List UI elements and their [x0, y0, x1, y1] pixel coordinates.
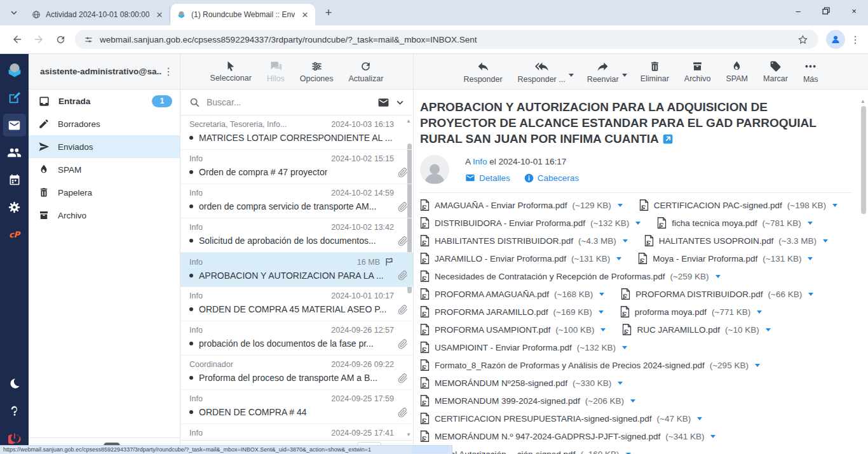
attachment-item[interactable]: MEMORANDUM 399-2024-signed.pdf(~206 KB): [420, 395, 635, 406]
tab-close-icon[interactable]: ✕: [300, 10, 310, 20]
attachment-item[interactable]: Moya - Enviar Proforma.pdf(~131 KB): [638, 253, 813, 264]
folder-spam[interactable]: SPAM: [29, 158, 180, 181]
mail-nav-button[interactable]: [3, 114, 26, 137]
attachment-menu-caret[interactable]: [710, 435, 715, 438]
calendar-nav-button[interactable]: [3, 168, 26, 191]
attachment-item[interactable]: CERTIFICACION PAC-signed.pdf(~198 KB): [639, 199, 837, 211]
archive-button[interactable]: Archivo: [684, 60, 711, 83]
folder-entrada[interactable]: Entrada 1: [29, 90, 180, 112]
attachment-item[interactable]: PROFORMA DISTRIBUIDOR.pdf(~66 KB): [621, 288, 813, 300]
window-restore-button[interactable]: [812, 0, 840, 22]
attachment-menu-caret[interactable]: [808, 222, 813, 225]
dark-mode-button[interactable]: [3, 372, 26, 395]
attachment-item[interactable]: proforma moya.pdf(~771 KB): [620, 306, 762, 317]
folder-papelera[interactable]: Papelera: [29, 181, 180, 204]
browser-tab-activity[interactable]: Actividad 2024-10-01 08:00:00 ✕: [25, 6, 170, 23]
attachment-menu-caret[interactable]: [757, 310, 762, 314]
spam-button[interactable]: SPAM: [726, 60, 749, 83]
attachment-item[interactable]: RUC JARAMILLO.pdf(~10 KB): [622, 324, 770, 335]
attachment-menu-caret[interactable]: [715, 275, 721, 278]
select-button[interactable]: Seleccionar: [210, 60, 252, 83]
attachment-menu-caret[interactable]: [766, 328, 771, 331]
attachment-menu-caret[interactable]: [808, 293, 813, 296]
reply-all-button[interactable]: Responder ...: [518, 60, 566, 84]
attachment-menu-caret[interactable]: [599, 310, 604, 314]
message-row[interactable]: Info2024-10-02 15:15Orden de compra # 47…: [180, 150, 413, 184]
recipient-link[interactable]: Info: [473, 157, 487, 166]
attachment-item[interactable]: Formato_8_Razón de Proformas y Análisis …: [420, 359, 760, 371]
attachment-menu-caret[interactable]: [622, 346, 627, 349]
attachment-menu-caret[interactable]: [823, 239, 828, 243]
forward-menu-caret[interactable]: [622, 74, 627, 77]
folder-borradores[interactable]: Borradores: [29, 112, 180, 135]
attachment-item[interactable]: ficha tecnica moya.pdf(~781 KB): [657, 217, 813, 229]
tab-close-icon[interactable]: ✕: [154, 10, 165, 20]
back-button[interactable]: [6, 29, 28, 50]
attachment-item[interactable]: CERTIFICACION PRESUPUESTARIA-signed-sign…: [420, 413, 702, 424]
folder-enviados[interactable]: Enviados: [29, 135, 180, 158]
message-row[interactable]: Info2024-09-25 17:59ORDEN DE COMPRA # 44: [180, 390, 413, 424]
attachment-menu-caret[interactable]: [630, 399, 635, 403]
browser-menu-button[interactable]: ⋮: [849, 34, 862, 46]
search-options-chevron-icon[interactable]: [396, 98, 404, 107]
reload-button[interactable]: [50, 29, 71, 50]
message-row[interactable]: Info16 MBAPROBACION Y AUTORIZACION PARA …: [180, 253, 413, 287]
options-button[interactable]: Opciones: [300, 60, 334, 83]
cpanel-link[interactable]: cP: [3, 223, 26, 246]
attachment-menu-caret[interactable]: [599, 293, 604, 296]
browser-tab-roundcube[interactable]: (1) Roundcube Webmail :: Envia ✕: [170, 4, 315, 25]
attachment-item[interactable]: DISTRIBUIDORA - Enviar Proforma.pdf(~132…: [420, 217, 641, 229]
settings-nav-button[interactable]: [3, 196, 26, 218]
compose-button[interactable]: [3, 86, 26, 109]
headers-link[interactable]: Cabeceras: [524, 173, 579, 183]
refresh-button[interactable]: Actualizar: [349, 60, 384, 83]
view-scroll-up-icon[interactable]: ▲: [860, 98, 865, 104]
contacts-nav-button[interactable]: [3, 141, 26, 164]
message-row[interactable]: Info2024-09-26 12:57probación de los doc…: [180, 321, 413, 356]
reply-all-menu-caret[interactable]: [569, 74, 574, 77]
open-in-new-window-icon[interactable]: [663, 134, 673, 144]
attachment-menu-caret[interactable]: [616, 257, 621, 260]
attachment-item[interactable]: USAMPIOINT - Enviar Proforma.pdf(~132 KB…: [420, 342, 627, 353]
attachment-menu-caret[interactable]: [623, 239, 628, 243]
bookmark-star-button[interactable]: [797, 34, 808, 45]
mark-button[interactable]: Marcar: [763, 60, 788, 83]
threads-button[interactable]: Hilos: [267, 60, 285, 83]
address-bar[interactable]: webmail.sanjuan.gob.ec/cpsess8592294337/…: [75, 30, 818, 49]
folders-menu-button[interactable]: ⋮: [162, 65, 175, 77]
attachment-menu-caret[interactable]: [697, 417, 702, 420]
more-button[interactable]: Más: [803, 60, 818, 84]
attachment-menu-caret[interactable]: [832, 204, 837, 207]
attachment-item[interactable]: Necesidades de Contratación y Recepción …: [420, 270, 721, 282]
forward-button-mail[interactable]: Reenviar: [587, 60, 619, 84]
profile-button[interactable]: [826, 30, 845, 49]
window-close-button[interactable]: ×: [840, 0, 868, 22]
search-scope-mail-icon[interactable]: [377, 97, 390, 109]
attachment-item[interactable]: JARAMILLO - Enviar Proforma.pdf(~131 KB): [420, 253, 621, 264]
window-minimize-button[interactable]: –: [784, 0, 812, 22]
attachment-item[interactable]: HALITANTES USOPROIN.pdf(~3.3 MB): [644, 235, 828, 246]
view-scrollbar-thumb[interactable]: [861, 106, 866, 214]
attachment-item[interactable]: MEMORÁNDUM N.º 947-2024-GADPRSJ-PJFT-sig…: [420, 431, 715, 442]
new-tab-button[interactable]: +: [320, 4, 337, 21]
attachment-item[interactable]: PROFORMA USAMPIONT.pdf(~100 KB): [420, 324, 606, 335]
search-input[interactable]: [207, 97, 371, 107]
tab-search-button[interactable]: [5, 4, 23, 22]
message-row[interactable]: Info2024-09-25 17:41: [180, 424, 413, 440]
delete-button[interactable]: Eliminar: [641, 60, 669, 83]
attachment-item[interactable]: PROFORMA JARAMILLO.pdf(~169 KB): [420, 306, 604, 317]
attachment-menu-caret[interactable]: [635, 222, 641, 225]
details-link[interactable]: Detalles: [465, 173, 510, 183]
message-row[interactable]: Secretaria, Tesoreria, Info...2024-10-03…: [180, 116, 413, 150]
message-row[interactable]: Info2024-10-02 13:42Solicitud de aprobac…: [180, 218, 413, 253]
message-row[interactable]: Coordinador2024-09-26 09:22Proforma del …: [180, 356, 413, 390]
attachment-menu-caret[interactable]: [600, 328, 606, 331]
attachment-item[interactable]: AMAGUAÑA - Enviar Proforma.pdf(~129 KB): [420, 199, 623, 211]
attachment-menu-caret[interactable]: [808, 257, 813, 260]
forward-button[interactable]: [28, 29, 50, 50]
folder-archivo[interactable]: Archivo: [29, 204, 180, 227]
reply-button[interactable]: Responder: [463, 60, 502, 84]
attachment-menu-caret[interactable]: [618, 204, 623, 207]
message-row[interactable]: Info2024-10-01 10:17ORDEN DE COMPRA 45 M…: [180, 287, 413, 321]
attachment-menu-caret[interactable]: [755, 364, 760, 367]
